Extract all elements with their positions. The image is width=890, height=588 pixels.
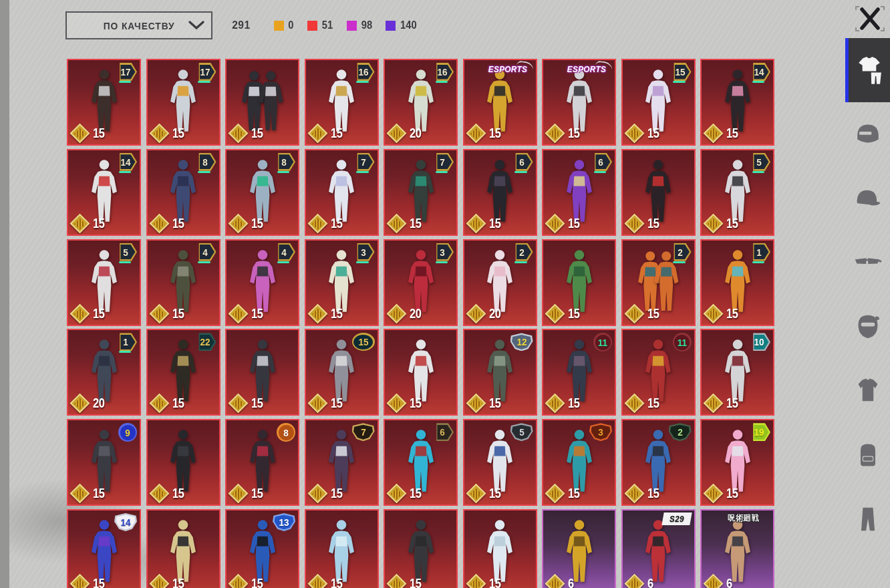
rank-badge-value: 3 xyxy=(591,423,611,441)
item-tile[interactable]: 16 15 xyxy=(305,59,379,146)
item-tile[interactable]: 15 xyxy=(305,509,379,588)
item-tile[interactable]: ESPORTS 15 xyxy=(542,59,616,146)
item-tile[interactable]: 6 15 xyxy=(542,149,616,236)
token-icon xyxy=(387,484,407,504)
item-tile[interactable]: 4 15 xyxy=(146,239,220,326)
item-tile[interactable]: 15 xyxy=(146,419,220,506)
item-tile[interactable]: 14 15 xyxy=(700,59,774,146)
item-tile[interactable]: S29 6 xyxy=(621,509,696,588)
rank-badge: 5 xyxy=(748,153,770,171)
rank-badge-value: 4 xyxy=(274,243,295,261)
sidebar-tab-cap[interactable] xyxy=(845,166,890,231)
item-tile[interactable]: 8 15 xyxy=(225,419,299,506)
sidebar-tab-glasses[interactable] xyxy=(845,231,890,295)
item-tile[interactable]: 22 15 xyxy=(146,329,220,416)
item-cost: 15 xyxy=(73,216,107,231)
rarity-counts: 291 05198140 xyxy=(231,19,418,32)
item-tile[interactable]: 4 15 xyxy=(225,239,299,326)
chevron-down-icon xyxy=(188,20,204,32)
item-tile[interactable]: 6 xyxy=(542,509,616,588)
token-icon xyxy=(229,213,249,233)
sidebar-tab-outfit[interactable] xyxy=(845,38,890,102)
item-tile[interactable]: 1 20 xyxy=(67,329,141,416)
item-tile[interactable]: 5 15 xyxy=(700,149,774,236)
item-tile[interactable]: 15 xyxy=(225,59,299,146)
item-tile[interactable]: 5 15 xyxy=(463,419,537,506)
item-tile[interactable]: 12 15 xyxy=(463,329,537,416)
legend-item-legendary: 0 xyxy=(274,19,294,31)
item-cost-value: 15 xyxy=(331,396,342,411)
item-cost-value: 15 xyxy=(647,126,659,141)
item-cost-value: 15 xyxy=(172,576,184,588)
token-icon xyxy=(387,303,407,323)
item-cost-value: 15 xyxy=(410,486,421,501)
sidebar-tab-backpack[interactable] xyxy=(845,423,890,487)
item-tile[interactable]: ESPORTS 15 xyxy=(463,59,537,146)
item-cost: 15 xyxy=(706,216,740,231)
item-tile[interactable]: 5 15 xyxy=(67,239,141,326)
item-tile[interactable]: 8 15 xyxy=(225,149,299,236)
item-tile[interactable]: 11 15 xyxy=(542,329,616,416)
item-tile[interactable]: 15 xyxy=(542,239,616,326)
item-tile[interactable]: 15 xyxy=(146,509,220,588)
rank-badge: 11 xyxy=(593,333,612,351)
item-cost-value: 15 xyxy=(568,306,579,321)
item-tile[interactable]: 3 15 xyxy=(305,239,379,326)
rank-badge: 22 xyxy=(194,333,216,351)
item-cost: 15 xyxy=(152,576,186,588)
item-cost: 15 xyxy=(469,216,503,231)
item-cost-value: 15 xyxy=(568,486,579,501)
token-icon xyxy=(70,574,90,588)
item-tile[interactable]: 3 20 xyxy=(384,239,458,326)
item-tile[interactable]: 15 xyxy=(384,329,458,416)
sidebar-tab-helmet[interactable] xyxy=(845,102,890,166)
item-tile[interactable]: 16 20 xyxy=(384,59,458,146)
sidebar-tab-jacket[interactable] xyxy=(845,359,890,423)
item-tile[interactable]: 15 xyxy=(225,329,299,416)
item-tile[interactable]: 14 15 xyxy=(67,149,141,236)
rank-badge: 14 xyxy=(748,63,770,81)
rank-badge-value: 呪術廻戦 xyxy=(718,513,769,524)
item-tile[interactable]: 6 15 xyxy=(384,419,458,506)
item-tile[interactable]: 7 15 xyxy=(384,149,458,236)
item-tile[interactable]: 2 15 xyxy=(621,419,696,506)
item-cost: 15 xyxy=(627,396,661,411)
item-tile[interactable]: 15 xyxy=(463,509,537,588)
item-cost-value: 15 xyxy=(93,306,104,321)
rank-badge-value: 17 xyxy=(194,63,215,81)
item-tile[interactable]: 8 15 xyxy=(146,149,220,236)
item-tile[interactable]: 11 15 xyxy=(621,329,696,416)
item-tile[interactable]: 14 15 xyxy=(67,509,141,588)
item-tile[interactable]: 15 xyxy=(384,509,458,588)
item-tile[interactable]: 13 15 xyxy=(225,509,299,588)
item-tile[interactable]: 6 15 xyxy=(463,149,537,236)
item-tile[interactable]: 1 15 xyxy=(700,239,774,326)
item-tile[interactable]: 15 xyxy=(621,149,696,236)
item-tile[interactable]: 17 15 xyxy=(67,59,141,146)
token-icon xyxy=(466,213,486,233)
sidebar-tab-pants[interactable] xyxy=(845,487,890,551)
item-cost: 15 xyxy=(548,306,582,321)
item-tile[interactable]: 15 15 xyxy=(621,59,696,146)
token-icon xyxy=(466,303,486,323)
item-tile[interactable]: 19 15 xyxy=(700,419,774,506)
item-tile[interactable]: 10 15 xyxy=(700,329,774,416)
rank-badge-value: 1 xyxy=(116,333,136,351)
item-tile[interactable]: 3 15 xyxy=(542,419,616,506)
item-tile[interactable]: 呪術廻戦 6 xyxy=(700,509,774,588)
rank-badge: 8 xyxy=(273,153,295,171)
item-tile[interactable]: 15 15 xyxy=(305,329,379,416)
item-tile[interactable]: 2 20 xyxy=(463,239,537,326)
item-cost: 15 xyxy=(73,576,107,588)
sidebar-tab-mask[interactable] xyxy=(845,295,890,359)
item-tile[interactable]: 7 15 xyxy=(305,419,379,506)
item-tile[interactable]: 9 15 xyxy=(67,419,141,506)
sort-dropdown[interactable]: ПО КАЧЕСТВУ xyxy=(65,11,212,39)
item-cost: 6 xyxy=(548,576,575,588)
item-cost: 15 xyxy=(311,126,345,141)
item-tile[interactable]: 7 15 xyxy=(305,149,379,236)
close-button[interactable] xyxy=(853,3,887,35)
item-tile[interactable]: 17 15 xyxy=(146,59,220,146)
item-cost: 20 xyxy=(469,306,503,321)
item-tile[interactable]: 2 15 xyxy=(621,239,696,326)
